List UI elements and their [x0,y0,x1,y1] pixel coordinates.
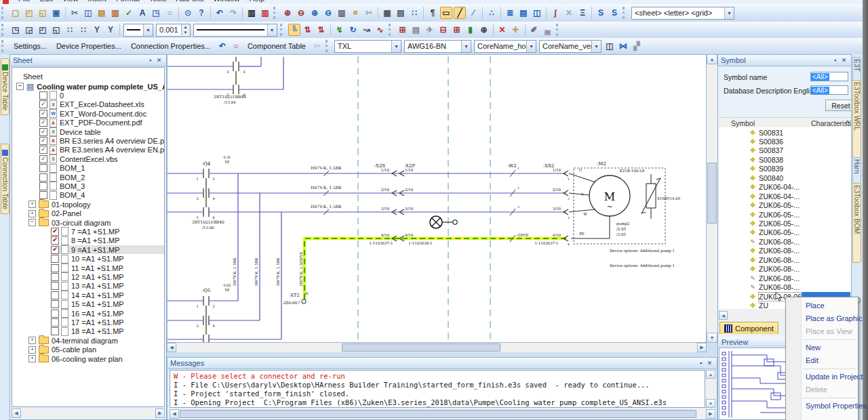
scroll-left-icon[interactable]: ◀ [12,408,21,418]
sheet-format-icon[interactable]: ▤ [410,24,422,36]
pin-icon[interactable]: ▪ [696,359,705,367]
symbol-item[interactable]: ✚ZUK06-08-... [749,247,850,255]
scroll-up-icon[interactable]: ▲ [706,370,715,379]
block-mirror-icon[interactable]: ◱ [50,24,62,36]
chevron-down-icon[interactable]: ▾ [461,41,471,52]
checkbox[interactable]: ✓ [39,119,47,127]
rect-tool-icon[interactable]: ▭ [440,7,452,19]
symbol-item[interactable]: ✚ZUK06-05-... [749,219,850,228]
tile-vertical-icon[interactable]: ◫ [531,7,543,19]
checkbox[interactable]: ✓ [39,100,47,108]
wire-type-combo[interactable]: TXL▾ [334,40,401,53]
symbol-item[interactable]: ✎ZUK06-08-... [749,283,850,292]
messages-hscrollbar[interactable]: ◀ ▶ [170,409,715,419]
symbol-item[interactable]: ✚ZUK06-05-... [749,210,850,219]
open-folder-icon[interactable]: ◱ [37,7,49,19]
scroll-left-icon[interactable]: ◀ [170,409,179,419]
tree-folder[interactable]: +06-cooling water plan [28,354,123,363]
align-grid2-icon[interactable]: ∷ [77,24,90,36]
zoom-in-icon[interactable]: ⊕ [281,7,294,19]
tree-item[interactable]: 16 =A1 +S1.MP [51,309,124,318]
zoom-out-icon[interactable]: ⊖ [295,7,307,19]
hscroll-thumb[interactable] [180,410,696,418]
new-icon[interactable]: ▢ [9,7,22,19]
delete-route-icon[interactable]: ⇅ [302,24,314,36]
checkbox[interactable]: ✔ [51,236,59,245]
paste-special-icon[interactable]: ▥ [109,7,121,19]
zoom-search-icon[interactable]: ○ [230,40,242,52]
undo-small-icon[interactable]: ↶ [216,40,229,52]
tree-item[interactable]: ✓SContentExcel.vbs [39,154,118,163]
plot-icon[interactable]: ✈ [424,24,436,36]
wye-merge-icon[interactable]: Y [104,24,117,36]
canvas-hscrollbar[interactable]: ◀ ▶ [167,343,707,352]
angle-spinner[interactable]: 0.001▲▼ [156,24,191,37]
scroll-down-icon[interactable]: ▼ [706,399,715,408]
sheet-hscrollbar[interactable]: ◀ ▶ [12,408,165,418]
corename-hori-combo[interactable]: CoreName_hori▾ [474,40,536,53]
scroll-right-icon[interactable]: ▶ [706,409,715,419]
tab-component[interactable]: Component [719,322,778,334]
checkbox[interactable]: ✓ [39,128,47,136]
checkbox[interactable] [51,310,59,318]
dock-tab-device-table[interactable]: Device Table [1,58,9,115]
symbol-item[interactable]: ✚ZUK06-04-... [749,192,850,201]
line-weight-combo[interactable]: ▾ [123,24,153,37]
chevron-down-icon[interactable]: ▾ [267,24,277,36]
chevron-down-icon[interactable]: ▾ [591,41,601,52]
tree-item[interactable]: 14 =A1 +S1.MP [51,291,124,299]
tree-item[interactable]: 0 [39,91,64,100]
scroll-right-icon[interactable]: ▶ [697,343,707,352]
component-table-button[interactable]: Component Table [243,41,311,51]
symbol-item[interactable]: ✚S00840 [749,173,850,182]
stamp2-icon[interactable]: ▞ [631,40,643,52]
tree-item[interactable]: BOM_3 [39,182,85,190]
script-sheet-icon[interactable]: S [595,7,607,19]
scroll-left-icon[interactable]: ◀ [719,311,728,320]
view-mono-icon[interactable]: ▥ [245,7,258,19]
connection-properties-button[interactable]: Connection Properties... [126,41,216,51]
print-icon[interactable]: ⊙ [182,7,194,19]
insert-sheet-icon[interactable]: ⊞ [397,24,409,36]
menu-item-edit[interactable]: Edit [786,354,858,367]
drag-wire-icon[interactable]: ↝ [361,24,373,36]
field-right-icon[interactable]: ⊞ [451,24,463,36]
menu-item-update-in-project[interactable]: Update in Project [786,371,858,383]
checkbox[interactable] [51,282,59,290]
grid-icon[interactable]: ▦ [381,7,393,19]
find-symbol-icon[interactable]: ¤ [349,7,361,19]
close-icon[interactable]: ✕ [840,56,848,64]
wye-split-icon[interactable]: Y [91,24,103,36]
block-rotate-icon[interactable]: ◰ [37,24,49,36]
block-move-icon[interactable]: ◳ [9,24,22,36]
sort-asc-icon[interactable]: ^ [846,119,849,127]
symbol-item[interactable]: ✚ZUK06-08-... [749,265,850,274]
tree-item[interactable]: ✓AEXT_PDF-Document.pdf [39,119,142,127]
scroll-left-icon[interactable]: ◀ [167,343,176,352]
page-setup-icon[interactable]: ◳ [150,7,162,19]
tree-folder[interactable]: +02-Panel [28,209,81,218]
tree-item[interactable]: ✓ABR E3.series A4 overview DE.pdf [39,136,165,145]
stamp-icon[interactable]: ▄ [542,24,554,36]
checkbox[interactable]: ✓ [39,146,47,154]
tree-item[interactable]: BOM_4 [39,191,85,200]
open-icon[interactable]: ◰ [23,7,35,19]
checkbox[interactable] [39,91,47,100]
tree-item[interactable]: ✓WEXT_Word-Document.doc [39,109,146,118]
symbol-item[interactable]: ✚S00837 [749,146,850,155]
checkbox[interactable] [39,182,47,190]
database-description-input[interactable]: <All> [810,85,848,95]
scroll-down-icon[interactable]: ▼ [707,333,717,343]
checkbox[interactable] [39,173,47,182]
cut-icon[interactable]: ✂ [68,7,81,19]
pin-link-icon[interactable]: ◫ [604,40,616,52]
tree-item[interactable]: Sheet [23,72,43,81]
symbol-item[interactable]: ✚S00836 [749,137,850,146]
symbol-column-header[interactable]: Symbol [719,119,755,127]
symbol-name-input[interactable]: <All> [810,72,848,81]
corename-vert-combo[interactable]: CoreName_vert▾ [539,40,601,53]
checkbox[interactable] [51,327,59,335]
delete-icon[interactable]: ✕ [496,24,509,36]
cut-wires-icon[interactable]: ✂ [363,7,375,19]
device-properties-button[interactable]: Device Properties... [52,41,126,51]
